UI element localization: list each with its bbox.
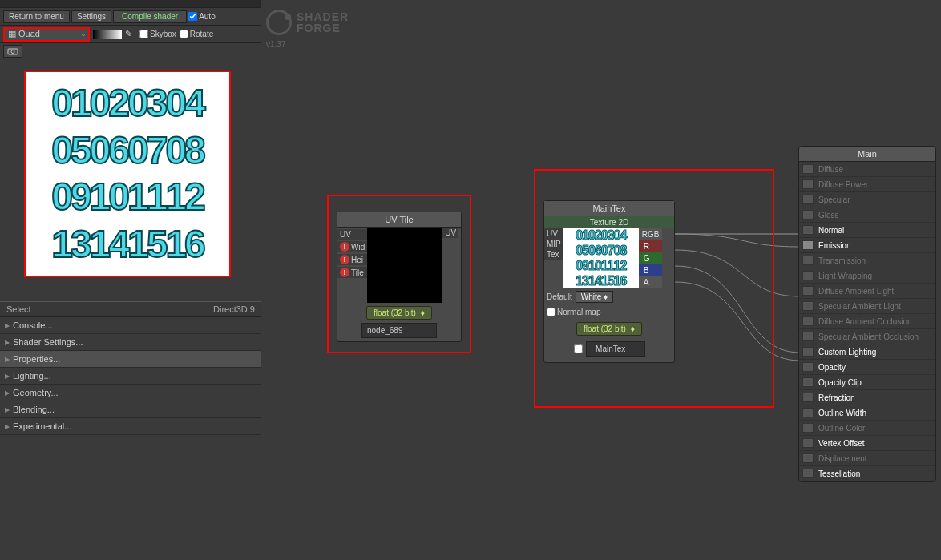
main-output-slot[interactable]: Diffuse Power xyxy=(799,177,935,192)
maintex-preview: 01020304 05060708 09101112 13141516 xyxy=(563,228,639,288)
uvtile-port-tile[interactable]: !Tile xyxy=(337,267,367,278)
color-picker-icon[interactable]: ✎ xyxy=(125,29,136,40)
main-output-slot[interactable]: Refraction xyxy=(799,390,935,405)
auto-checkbox[interactable]: Auto xyxy=(188,12,216,21)
uvtile-port-out-uv[interactable]: UV xyxy=(442,228,458,238)
main-output-slot[interactable]: Specular Ambient Occlusion xyxy=(799,329,935,344)
select-label: Select xyxy=(6,304,31,314)
main-output-slot[interactable]: Specular xyxy=(799,192,935,207)
maintex-port-g[interactable]: G xyxy=(639,252,663,264)
uvtile-preview xyxy=(367,228,442,303)
maintex-port-a[interactable]: A xyxy=(639,276,663,288)
uvtile-title: UV Tile xyxy=(337,212,461,228)
rotate-checkbox[interactable]: Rotate xyxy=(180,30,213,38)
settings-item[interactable]: Blending... xyxy=(0,401,261,418)
maintex-node[interactable]: MainTex Texture 2D UV MIP Tex 01020304 0… xyxy=(543,200,675,363)
main-output-slot[interactable]: Outline Width xyxy=(799,405,935,421)
return-to-menu-button[interactable]: Return to menu xyxy=(3,10,70,23)
settings-item[interactable]: Console... xyxy=(0,317,261,334)
uvtile-port-uv[interactable]: UV xyxy=(337,229,367,240)
compile-shader-button[interactable]: Compile shader xyxy=(113,10,187,23)
maintex-port-uv[interactable]: UV xyxy=(544,228,563,239)
main-output-slot[interactable]: Diffuse xyxy=(799,162,935,177)
maintex-title: MainTex xyxy=(544,201,674,216)
main-output-slot[interactable]: Light Wrapping xyxy=(799,268,935,284)
mesh-dropdown[interactable]: ▦ Quad◦ xyxy=(3,27,90,42)
maintex-precision[interactable]: float (32 bit)♦ xyxy=(576,322,642,336)
settings-button[interactable]: Settings xyxy=(71,10,111,23)
main-output-panel[interactable]: Main DiffuseDiffuse PowerSpecularGlossNo… xyxy=(798,146,936,482)
maintex-port-rgb[interactable]: RGB xyxy=(639,228,663,240)
skybox-checkbox[interactable]: Skybox xyxy=(139,30,176,38)
settings-item[interactable]: Properties... xyxy=(0,351,261,368)
main-output-slot[interactable]: Outline Color xyxy=(799,421,935,436)
main-output-slot[interactable]: Opacity Clip xyxy=(799,375,935,390)
maintex-name-input[interactable] xyxy=(586,341,645,357)
maintex-subtitle: Texture 2D xyxy=(544,216,674,228)
maintex-port-r[interactable]: R xyxy=(639,240,663,252)
main-output-slot[interactable]: Tessellation xyxy=(799,466,935,481)
main-output-slot[interactable]: Emission xyxy=(799,238,935,253)
uvtile-port-hei[interactable]: !Hei xyxy=(337,254,367,265)
main-output-slot[interactable]: Specular Ambient Light xyxy=(799,299,935,314)
main-output-slot[interactable]: Diffuse Ambient Occlusion xyxy=(799,314,935,329)
screenshot-button[interactable] xyxy=(3,45,22,58)
settings-item[interactable]: Experimental... xyxy=(0,418,261,435)
settings-item[interactable]: Shader Settings... xyxy=(0,334,261,351)
maintex-port-b[interactable]: B xyxy=(639,264,663,276)
uvtile-port-wid[interactable]: !Wid xyxy=(337,241,367,252)
uvtile-name-input[interactable] xyxy=(361,323,437,338)
maintex-default-dropdown[interactable]: White ♦ xyxy=(576,291,613,303)
main-output-slot[interactable]: Transmission xyxy=(799,253,935,268)
main-output-slot[interactable]: Normal xyxy=(799,223,935,238)
main-output-slot[interactable]: Displacement xyxy=(799,451,935,466)
renderer-label: Direct3D 9 xyxy=(213,304,255,314)
main-output-slot[interactable]: Custom Lighting xyxy=(799,344,935,360)
uvtile-precision[interactable]: float (32 bit)♦ xyxy=(366,306,432,320)
maintex-port-tex[interactable]: Tex xyxy=(544,249,563,260)
bg-slider[interactable] xyxy=(93,30,122,39)
maintex-port-mip[interactable]: MIP xyxy=(544,239,563,249)
main-output-slot[interactable]: Opacity xyxy=(799,360,935,375)
shader-preview: 01020304 05060708 09101112 13141516 xyxy=(24,71,231,277)
shaderforge-logo: SHADERFORGE xyxy=(266,10,349,35)
main-panel-title: Main xyxy=(799,147,935,162)
settings-item[interactable]: Lighting... xyxy=(0,368,261,385)
main-output-slot[interactable]: Vertex Offset xyxy=(799,436,935,451)
main-output-slot[interactable]: Gloss xyxy=(799,207,935,223)
uvtile-node[interactable]: UV Tile UV !Wid !Hei !Tile UV float (32 … xyxy=(337,212,462,342)
normal-map-checkbox[interactable]: Normal map xyxy=(547,308,600,316)
svg-point-1 xyxy=(11,50,14,54)
settings-item[interactable]: Geometry... xyxy=(0,385,261,401)
maintex-name-checkbox[interactable] xyxy=(574,344,583,353)
version-label: v1.37 xyxy=(266,40,285,49)
main-output-slot[interactable]: Diffuse Ambient Light xyxy=(799,284,935,299)
